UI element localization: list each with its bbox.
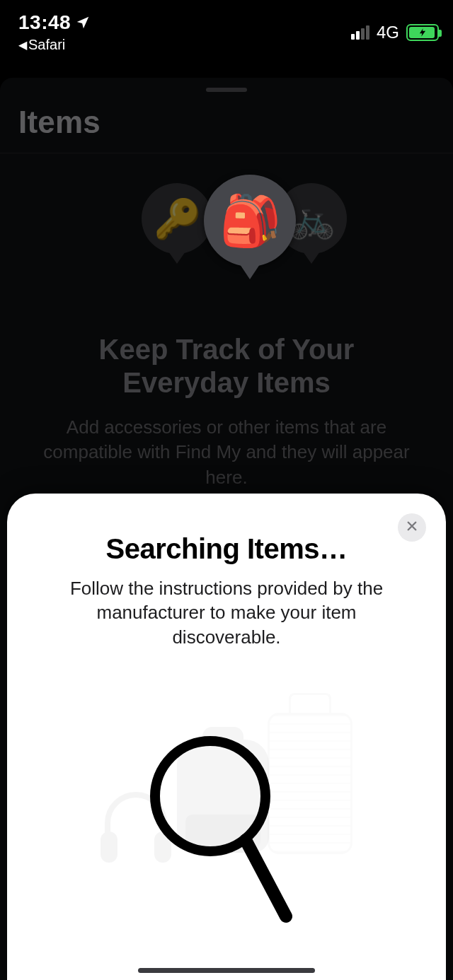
sheet-grabber[interactable] [206,88,247,92]
battery-charging-icon [406,24,439,41]
svg-rect-0 [101,832,117,863]
searching-modal: Searching Items… Follow the instructions… [7,494,446,980]
magnifier-icon [136,733,299,931]
pin-backpack-icon: 🎒 [204,175,296,267]
status-time: 13:48 [18,11,91,34]
sheet-title: Items [0,105,453,153]
pin-key-icon: 🔑 [142,183,212,254]
hero-subtitle: Add accessories or other items that are … [21,415,432,489]
modal-subtitle: Follow the instructions provided by the … [35,576,418,649]
status-time-text: 13:48 [18,11,71,34]
modal-title: Searching Items… [35,533,418,565]
status-bar: 13:48 ◀ Safari 4G [0,0,453,57]
back-to-app-button[interactable]: ◀ Safari [18,37,91,53]
location-services-icon [75,15,91,30]
searching-illustration [99,720,354,932]
svg-line-3 [246,840,286,916]
cellular-signal-icon [351,25,369,40]
home-indicator[interactable] [138,968,315,973]
hero-title: Keep Track of Your Everyday Items [21,333,432,399]
back-chevron-icon: ◀ [18,40,27,51]
network-type-label: 4G [377,23,399,42]
back-to-app-label: Safari [28,37,65,53]
close-icon [406,520,418,535]
hero-pins: 🔑 🚲 🎒 [21,175,432,309]
close-button[interactable] [398,513,426,542]
